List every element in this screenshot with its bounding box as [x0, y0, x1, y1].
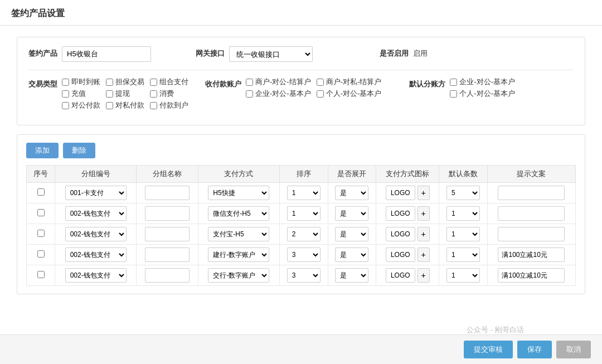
- table-row: 001-卡支付002-钱包支付003-其他H5快捷微信支付-H5支付宝-H5建行…: [27, 224, 576, 245]
- col-header-seq: 序号: [27, 166, 55, 183]
- table-row: 001-卡支付002-钱包支付003-其他H5快捷微信支付-H5支付宝-H5建行…: [27, 265, 576, 286]
- footer-bar: 提交审核 保存 取消: [0, 334, 602, 364]
- txn-type-immediate: 即时到账: [62, 77, 100, 87]
- col-header-show: 是否展开: [328, 166, 376, 183]
- transaction-type-label: 交易类型: [28, 77, 57, 89]
- acct-enterprise-pub-basic: 企业-对公-基本户: [246, 89, 311, 99]
- group-name-input[interactable]: [145, 186, 190, 200]
- group-name-input[interactable]: [145, 247, 190, 262]
- col-header-tip: 提示文案: [487, 166, 575, 183]
- group-code-select[interactable]: 001-卡支付002-钱包支付003-其他: [65, 186, 127, 200]
- logo-box: LOGO: [386, 268, 415, 283]
- group-code-select[interactable]: 001-卡支付002-钱包支付003-其他: [65, 206, 127, 221]
- logo-box: LOGO: [386, 227, 415, 241]
- show-select[interactable]: 是否: [335, 186, 368, 200]
- add-button[interactable]: 添加: [26, 143, 59, 158]
- group-code-select[interactable]: 001-卡支付002-钱包支付003-其他: [65, 247, 127, 262]
- table-row: 001-卡支付002-钱包支付003-其他H5快捷微信支付-H5支付宝-H5建行…: [27, 203, 576, 224]
- show-select[interactable]: 是否: [335, 268, 368, 283]
- group-code-select[interactable]: 001-卡支付002-钱包支付003-其他: [65, 227, 127, 241]
- enabled-label: 是否启用: [380, 46, 409, 59]
- order-select[interactable]: 12345: [287, 186, 321, 200]
- logo-box: LOGO: [386, 247, 415, 262]
- table-row: 001-卡支付002-钱包支付003-其他H5快捷微信支付-H5支付宝-H5建行…: [27, 183, 576, 203]
- txn-type-consume: 消费: [150, 89, 188, 99]
- logo-add-button[interactable]: +: [417, 268, 430, 283]
- logo-add-button[interactable]: +: [417, 247, 430, 262]
- group-name-input[interactable]: [145, 268, 190, 283]
- save-button[interactable]: 保存: [517, 341, 552, 358]
- logo-box: LOGO: [386, 186, 415, 200]
- txn-type-escrow: 担保交易: [106, 77, 144, 87]
- acct-person-pub-basic: 个人-对公-基本户: [317, 89, 382, 99]
- default-count-select[interactable]: 12345: [446, 227, 480, 241]
- tip-input[interactable]: [498, 268, 565, 283]
- group-code-select[interactable]: 001-卡支付002-钱包支付003-其他: [65, 268, 127, 283]
- enabled-value: 启用: [413, 46, 428, 59]
- row-checkbox[interactable]: [37, 209, 45, 216]
- col-header-group-code: 分组编号: [55, 166, 137, 183]
- group-name-input[interactable]: [145, 206, 190, 221]
- payment-method-select[interactable]: H5快捷微信支付-H5支付宝-H5建行-数字账户交行-数字账户: [208, 186, 269, 200]
- default-count-select[interactable]: 12345: [446, 247, 480, 262]
- payment-method-select[interactable]: H5快捷微信支付-H5支付宝-H5建行-数字账户交行-数字账户: [208, 206, 269, 221]
- show-select[interactable]: 是否: [335, 247, 368, 262]
- gateway-select[interactable]: 统一收银接口: [229, 46, 313, 62]
- submit-button[interactable]: 提交审核: [464, 341, 513, 358]
- txn-type-corporate-pay: 对公付款: [62, 100, 100, 110]
- row-checkbox[interactable]: [37, 188, 45, 196]
- tip-input[interactable]: [498, 247, 565, 262]
- logo-add-button[interactable]: +: [417, 206, 430, 221]
- txn-type-withdraw: 提现: [106, 89, 144, 99]
- table-row: 001-卡支付002-钱包支付003-其他H5快捷微信支付-H5支付宝-H5建行…: [27, 245, 576, 265]
- order-select[interactable]: 12345: [287, 268, 321, 283]
- split-enterprise-pub: 企业-对公-基本户: [450, 77, 515, 87]
- cancel-button[interactable]: 取消: [556, 341, 591, 358]
- payment-method-select[interactable]: H5快捷微信支付-H5支付宝-H5建行-数字账户交行-数字账户: [208, 247, 269, 262]
- signed-product-input[interactable]: [62, 46, 151, 62]
- default-count-select[interactable]: 12345: [446, 186, 480, 200]
- order-select[interactable]: 12345: [287, 206, 321, 221]
- col-header-group-name: 分组名称: [137, 166, 198, 183]
- txn-type-private-pay: 对私付款: [106, 100, 144, 110]
- col-header-order: 排序: [279, 166, 328, 183]
- acct-merchant-pub-settle: 商户-对公-结算户: [246, 77, 311, 87]
- payment-method-select[interactable]: H5快捷微信支付-H5支付宝-H5建行-数字账户交行-数字账户: [208, 227, 269, 241]
- tip-input[interactable]: [498, 186, 565, 200]
- col-header-default-count: 默认条数: [439, 166, 488, 183]
- row-checkbox[interactable]: [37, 271, 45, 278]
- default-count-select[interactable]: 12345: [446, 206, 480, 221]
- default-split-label: 默认分账方: [409, 77, 445, 89]
- col-header-logo: 支付方式图标: [376, 166, 439, 183]
- logo-box: LOGO: [386, 206, 415, 221]
- page-title: 签约产品设置: [0, 0, 602, 26]
- payment-account-label: 收付款账户: [205, 77, 241, 89]
- split-person-pub: 个人-对公-基本户: [450, 89, 515, 99]
- default-count-select[interactable]: 12345: [446, 268, 480, 283]
- txn-type-transfer: 付款到户: [150, 100, 188, 110]
- group-name-input[interactable]: [145, 227, 190, 241]
- show-select[interactable]: 是否: [335, 227, 368, 241]
- row-checkbox[interactable]: [37, 230, 45, 237]
- col-header-payment-method: 支付方式: [198, 166, 279, 183]
- order-select[interactable]: 12345: [287, 247, 321, 262]
- data-table: 序号 分组编号 分组名称 支付方式 排序 是否展开 支付方式图标 默认条数 提示…: [26, 165, 576, 286]
- signed-product-label: 签约产品: [28, 46, 57, 59]
- delete-button[interactable]: 删除: [63, 143, 95, 158]
- txn-type-recharge: 充值: [62, 89, 100, 99]
- show-select[interactable]: 是否: [335, 206, 368, 221]
- logo-add-button[interactable]: +: [417, 227, 430, 241]
- order-select[interactable]: 12345: [287, 227, 321, 241]
- row-checkbox[interactable]: [37, 250, 45, 258]
- tip-input[interactable]: [498, 206, 565, 221]
- tip-input[interactable]: [498, 227, 565, 241]
- payment-method-select[interactable]: H5快捷微信支付-H5支付宝-H5建行-数字账户交行-数字账户: [208, 268, 269, 283]
- logo-add-button[interactable]: +: [417, 186, 430, 200]
- gateway-label: 网关接口: [196, 46, 225, 59]
- txn-type-combined: 组合支付: [150, 77, 188, 87]
- acct-merchant-priv-settle: 商户-对私-结算户: [317, 77, 382, 87]
